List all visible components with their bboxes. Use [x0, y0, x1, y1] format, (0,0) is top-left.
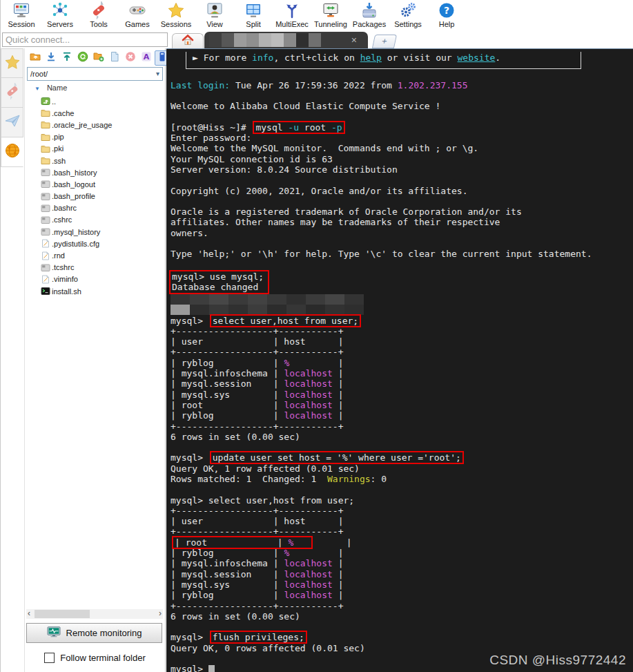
scroll-left-arrow[interactable]: ‹	[28, 609, 30, 618]
file-row[interactable]: .bash_history	[25, 166, 165, 178]
sidebar-tab-strip	[1, 48, 24, 672]
delete-button[interactable]	[123, 50, 138, 66]
quick-connect-input[interactable]	[2, 32, 168, 47]
file-row[interactable]: .tcshrc	[25, 262, 165, 273]
mobaxterm-window: SessionServersToolsGamesSessionsViewSpli…	[0, 0, 633, 672]
terminal-line: Your MySQL connection id is 63	[171, 154, 633, 164]
file-gray-icon	[41, 204, 52, 213]
file-row[interactable]: .oracle_jre_usage	[25, 119, 165, 131]
toolbar-label: Tunneling	[314, 20, 347, 28]
new-folder-button[interactable]	[91, 50, 106, 66]
file-row[interactable]: .cache	[25, 107, 165, 119]
sidebar-tab-tools[interactable]	[1, 78, 23, 108]
file-row[interactable]: .pki	[25, 143, 165, 155]
sidebar-tab-macros[interactable]	[1, 108, 23, 137]
file-row[interactable]: .ssh	[25, 155, 165, 166]
toolbar-item-tunneling[interactable]: Tunneling	[311, 0, 350, 28]
file-row[interactable]: .bashrc	[25, 202, 165, 214]
file-row[interactable]: .viminfo	[25, 273, 165, 285]
toolbar-item-sessions[interactable]: Sessions	[157, 0, 195, 28]
star-icon	[167, 1, 185, 20]
rename-button[interactable]: A	[139, 50, 154, 66]
file-row[interactable]: .cshrc	[25, 214, 165, 226]
home-tab-button[interactable]	[172, 33, 204, 49]
svg-text:?: ?	[444, 5, 449, 16]
sidebar-tab-sessions[interactable]	[1, 48, 23, 78]
view-icon	[206, 1, 224, 20]
close-tab-icon[interactable]: ×	[351, 34, 357, 46]
packages-icon	[360, 1, 378, 20]
strip-knife-icon	[4, 83, 21, 102]
file-row[interactable]: install.sh	[25, 285, 165, 297]
toolbar-item-settings[interactable]: Settings	[389, 0, 427, 28]
scrollbar-thumb[interactable]	[35, 610, 90, 618]
toolbar-item-session[interactable]: Session	[2, 0, 41, 28]
annotation-box: mysql -u root -p	[254, 122, 343, 133]
terminal[interactable]: ► For more info, ctrl+click on help or v…	[166, 48, 633, 672]
terminal-line: Copyright (c) 2000, 2021, Oracle and/or …	[171, 186, 633, 196]
terminal-line: mysql> flush privileges;	[171, 632, 633, 642]
terminal-output: ► For more info, ctrl+click on help or v…	[166, 49, 633, 672]
file-name: install.sh	[52, 287, 81, 296]
toolbar-label: Sessions	[161, 20, 192, 28]
active-terminal-tab[interactable]: ×	[204, 32, 368, 48]
download-button[interactable]	[43, 50, 59, 66]
terminal-line: +------------------+-----------+	[171, 326, 633, 336]
terminal-line	[171, 175, 633, 185]
file-gray-icon	[41, 215, 52, 224]
upload-button[interactable]	[59, 50, 75, 66]
scroll-right-arrow[interactable]: ›	[159, 609, 162, 618]
terminal-line: | ryblog | % |	[171, 358, 633, 368]
file-row[interactable]: .pip	[25, 131, 165, 143]
upload-icon	[61, 51, 72, 65]
file-row[interactable]: .mysql_history	[25, 226, 165, 238]
parent-dir-icon	[30, 51, 41, 65]
follow-terminal-checkbox[interactable]	[44, 653, 55, 663]
terminal-line: Last login: Tue Apr 26 17:59:36 2022 fro…	[171, 80, 633, 90]
file-name: .bashrc	[52, 204, 77, 212]
parent-dir-button[interactable]	[28, 50, 43, 66]
file-row[interactable]: .bash_profile	[25, 191, 165, 202]
file-folder-icon	[41, 108, 52, 117]
globe-icon	[4, 142, 21, 162]
name-header-label: Name	[47, 84, 67, 92]
toolbar-item-servers[interactable]: Servers	[41, 0, 79, 28]
toolbar-item-multiexec[interactable]: MultiExec	[273, 0, 311, 28]
terminal-line: affiliates. Other names may be trademark…	[171, 217, 633, 227]
refresh-icon	[77, 51, 88, 65]
file-row[interactable]: ..	[25, 95, 165, 107]
file-row[interactable]: .rnd	[25, 249, 165, 261]
file-name: .pip	[52, 133, 64, 141]
terminal-line: | mysql.infoschema | localhost |	[171, 368, 633, 378]
path-combobox[interactable]: /root/ ▾	[27, 67, 163, 81]
toolbar-label: Servers	[47, 20, 73, 28]
file-name: .pydistutils.cfg	[52, 240, 99, 248]
toolbar-item-help[interactable]: ?Help	[427, 0, 466, 28]
file-name: .cache	[52, 109, 74, 117]
file-row[interactable]: .bash_logout	[25, 178, 165, 190]
file-name: .bash_profile	[52, 192, 95, 200]
remote-monitoring-button[interactable]: Remote monitoring	[26, 623, 162, 643]
name-column-header[interactable]: ▼Name	[25, 82, 165, 94]
toolbar-item-games[interactable]: Games	[118, 0, 157, 28]
tunneling-icon	[322, 1, 340, 20]
new-file-button[interactable]	[107, 50, 122, 66]
toolbar-item-tools[interactable]: Tools	[79, 0, 118, 28]
annotation-box: select user,host from user;	[211, 316, 360, 326]
toolbar-item-packages[interactable]: Packages	[350, 0, 389, 28]
toolbar-label: Help	[439, 20, 455, 28]
file-row[interactable]: .pydistutils.cfg	[25, 238, 165, 249]
sftp-file-panel: A /root/ ▾ ▼Name ...cache.oracle_jre_usa…	[24, 48, 166, 672]
terminal-line: | user | host |	[171, 516, 633, 526]
toolbar-item-view[interactable]: View	[195, 0, 234, 28]
home-icon	[182, 34, 194, 49]
refresh-button[interactable]	[75, 50, 90, 66]
svg-text:A: A	[144, 52, 150, 61]
sidebar-tab-sftp[interactable]	[1, 137, 23, 167]
horizontal-scrollbar[interactable]: ‹ ›	[26, 609, 163, 619]
new-tab-button[interactable]: +	[372, 35, 397, 48]
toolbar-label: Session	[8, 20, 35, 28]
file-toolbar: A	[28, 50, 171, 66]
sort-arrow-icon: ▼	[35, 86, 40, 92]
toolbar-item-split[interactable]: Split	[234, 0, 273, 28]
